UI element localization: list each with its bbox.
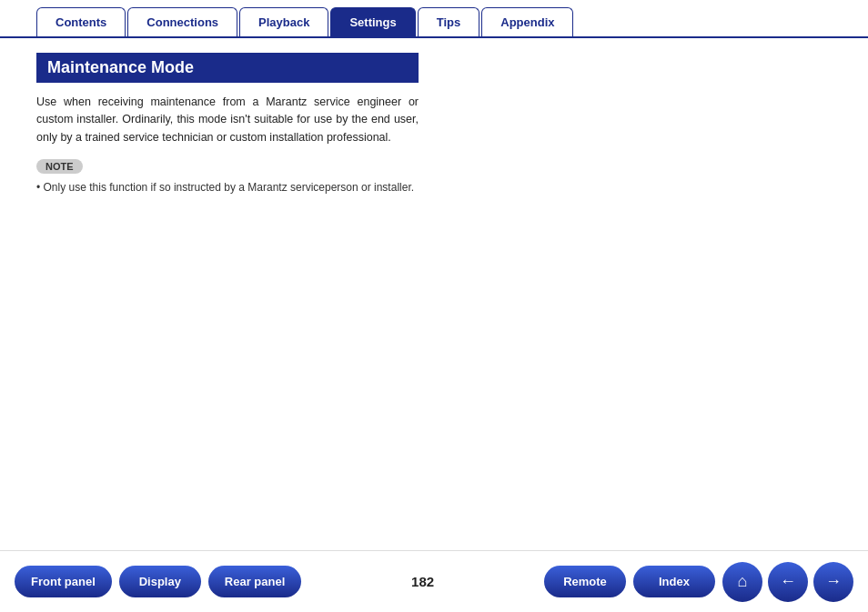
tab-tips[interactable]: Tips	[418, 7, 480, 36]
remote-button[interactable]: Remote	[544, 566, 626, 597]
tab-playback[interactable]: Playback	[239, 7, 328, 36]
tab-connections[interactable]: Connections	[127, 7, 237, 36]
page-title: Maintenance Mode	[36, 53, 419, 83]
arrow-right-icon: →	[825, 572, 842, 591]
description-text: Use when receiving maintenance from a Ma…	[36, 94, 419, 146]
display-button[interactable]: Display	[119, 566, 201, 597]
main-content: Maintenance Mode Use when receiving main…	[0, 38, 868, 214]
tab-appendix[interactable]: Appendix	[481, 7, 573, 36]
back-button[interactable]: ←	[768, 562, 808, 602]
arrow-left-icon: ←	[780, 572, 796, 591]
page-number: 182	[405, 574, 441, 589]
tab-contents[interactable]: Contents	[36, 7, 126, 36]
index-button[interactable]: Index	[633, 566, 715, 597]
bottom-right-buttons: ⌂ ← →	[722, 562, 853, 602]
forward-button[interactable]: →	[813, 562, 853, 602]
bottom-nav-buttons: Front panel Display Rear panel	[15, 566, 301, 597]
home-icon: ⌂	[738, 572, 748, 591]
note-text: • Only use this function if so instructe…	[36, 179, 832, 196]
tab-settings[interactable]: Settings	[330, 7, 415, 36]
front-panel-button[interactable]: Front panel	[15, 566, 112, 597]
bottom-bar: Front panel Display Rear panel 182 Remot…	[0, 550, 868, 612]
rear-panel-button[interactable]: Rear panel	[208, 566, 301, 597]
home-button[interactable]: ⌂	[722, 562, 762, 602]
nav-tabs: Contents Connections Playback Settings T…	[0, 0, 868, 38]
note-badge: NOTE	[36, 159, 83, 174]
